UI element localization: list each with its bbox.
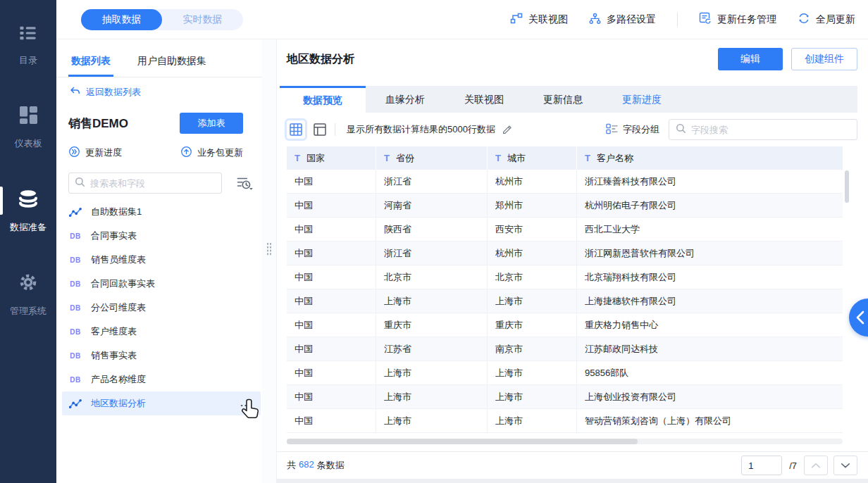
add-table-button[interactable]: 添加表 [180, 113, 243, 134]
text-type-icon: T [294, 153, 300, 163]
preview-toolbar: 显示所有数据计算结果的5000行数据 字段分组 [277, 113, 868, 146]
edit-pencil-icon[interactable] [502, 123, 512, 137]
field-group-button[interactable]: 字段分组 [606, 123, 659, 137]
multi-path-settings-button[interactable]: 多路径设置 [589, 13, 656, 27]
table-list-item-label: 地区数据分析 [91, 397, 146, 410]
detail-tab[interactable]: 更新进度 [602, 86, 681, 113]
cell-province: 浙江省 [376, 242, 488, 265]
data-list-tab[interactable]: 用户自助数据集 [135, 55, 209, 77]
table-list-item[interactable]: DB 客户维度表 [62, 320, 261, 344]
org-tree-icon [589, 13, 601, 27]
field-search-input[interactable] [691, 125, 850, 135]
cell-country: 中国 [287, 265, 376, 289]
table-list-item[interactable]: DB 合同事实表 [62, 224, 261, 248]
table-list-item[interactable]: 地区数据分析 ... [62, 391, 261, 415]
page-number-input[interactable] [741, 456, 782, 475]
text-type-icon: T [384, 153, 390, 163]
row-count-summary: 共 682 条数据 [287, 459, 345, 472]
nav-label: 仪表板 [15, 137, 42, 150]
horizontal-scrollbar-track [287, 439, 843, 444]
table-list-item-label: 销售员维度表 [91, 253, 146, 266]
detail-tab[interactable]: 更新信息 [523, 86, 602, 113]
table-list-item[interactable]: DB 产品名称维度 [62, 368, 261, 391]
table-row: 中国 重庆市 重庆市 重庆格力销售中心 [287, 313, 843, 337]
back-to-data-list-link[interactable]: 返回数据列表 [56, 77, 262, 107]
data-list-tab[interactable]: 数据列表 [68, 55, 113, 77]
create-component-button[interactable]: 创建组件 [791, 48, 857, 70]
more-actions-button[interactable]: ... [240, 401, 252, 406]
update-task-manager-button[interactable]: 更新任务管理 [699, 12, 776, 27]
detail-tab[interactable]: 数据预览 [280, 86, 366, 113]
column-header[interactable]: T 客户名称 [577, 146, 843, 170]
cell-province: 河南省 [376, 194, 488, 217]
db-table-icon: DB [68, 328, 82, 336]
detail-tab[interactable]: 关联视图 [445, 86, 523, 113]
column-header[interactable]: T 国家 [287, 146, 376, 170]
nav-item-catalog[interactable]: 目录 [0, 25, 56, 67]
table-list-item[interactable]: DB 合同回款事实表 [62, 272, 261, 296]
page-total-label: /7 [789, 460, 797, 471]
table-list-item-label: 自助数据集1 [91, 206, 142, 218]
nav-label: 管理系统 [10, 305, 46, 318]
table-list-item[interactable]: DB 销售员维度表 [62, 248, 261, 272]
mode-toggle-segment[interactable]: 抽取数据 [81, 9, 162, 30]
package-update-icon [180, 146, 192, 160]
table-search-input[interactable] [90, 178, 216, 189]
column-header-label: 客户名称 [597, 152, 633, 165]
dataset-chart-icon [68, 399, 82, 409]
column-header[interactable]: T 省份 [376, 146, 488, 170]
vertical-scrollbar[interactable] [845, 170, 849, 203]
table-search-box [68, 172, 222, 194]
horizontal-scrollbar-thumb[interactable] [287, 439, 638, 444]
main-content: 地区数据分析 编辑 创建组件 数据预览血缘分析关联视图更新信息更新进度 显示所有… [276, 39, 868, 479]
nav-label: 数据准备 [10, 221, 46, 234]
db-table-icon: DB [68, 376, 82, 384]
cell-city: 杭州市 [488, 170, 577, 193]
table-list-item[interactable]: DB 销售事实表 [62, 344, 261, 368]
cell-country: 中国 [287, 170, 376, 193]
cell-customer: 95856部队 [577, 361, 843, 384]
detail-tabs: 数据预览血缘分析关联视图更新信息更新进度 [280, 86, 857, 113]
cell-province: 北京市 [376, 265, 488, 289]
edit-button[interactable]: 编辑 [718, 48, 783, 70]
package-name: 销售DEMO [68, 115, 128, 132]
drag-handle-icon[interactable] [266, 242, 272, 256]
cell-province: 江苏省 [376, 337, 488, 360]
table-list-item[interactable]: 自助数据集1 [62, 200, 261, 224]
table-list-item-label: 销售事实表 [91, 349, 137, 362]
package-update-link[interactable]: 业务包更新 [180, 146, 243, 160]
table-list: 自助数据集1 DB 合同事实表 DB [56, 200, 262, 415]
gear-icon [19, 273, 37, 294]
relation-view-icon [510, 13, 523, 27]
nav-item-data-preparation[interactable]: 数据准备 [0, 189, 56, 234]
cell-customer: 浙江臻善科技有限公司 [577, 170, 843, 193]
cell-country: 中国 [287, 194, 376, 217]
data-list-panel: 数据列表用户自助数据集 返回数据列表 销售DEMO 添加表 更新进度 业务包更 [56, 39, 262, 483]
update-progress-link[interactable]: 更新进度 [68, 146, 122, 160]
db-table-icon: DB [68, 352, 82, 360]
freeze-pane-view-icon[interactable] [311, 120, 329, 139]
search-history-icon[interactable] [234, 172, 256, 194]
cell-city: 南京市 [488, 337, 577, 360]
relation-view-button[interactable]: 关联视图 [510, 13, 568, 27]
nav-item-dashboard[interactable]: 仪表板 [0, 106, 56, 150]
detail-tab[interactable]: 血缘分析 [366, 86, 445, 113]
nav-item-admin[interactable]: 管理系统 [0, 273, 56, 318]
global-update-button[interactable]: 全局更新 [798, 12, 855, 27]
row-limit-text: 显示所有数据计算结果的5000行数据 [347, 123, 495, 136]
field-group-icon [606, 123, 618, 137]
mode-toggle-segment[interactable]: 实时数据 [162, 9, 243, 30]
table-footer: 共 682 条数据 /7 [277, 451, 868, 479]
page-up-button[interactable] [804, 456, 828, 475]
page-down-button[interactable] [833, 456, 857, 475]
field-search-box [669, 119, 857, 140]
cell-country: 中国 [287, 409, 376, 432]
cell-customer: 上海捷穗软件有限公司 [577, 289, 843, 313]
table-list-item[interactable]: DB 分公司维度表 [62, 296, 261, 320]
grid-view-icon[interactable] [287, 120, 305, 139]
table-row: 中国 上海市 上海市 智动营销策划咨询（上海）有限公司 [287, 409, 843, 433]
cell-customer: 上海创业投资有限公司 [577, 385, 843, 408]
top-bar: 抽取数据实时数据 关联视图 多路径设置 更新任务管理 [56, 0, 868, 39]
column-header[interactable]: T 城市 [488, 146, 577, 170]
row-limit-setting: 显示所有数据计算结果的5000行数据 [347, 123, 512, 137]
